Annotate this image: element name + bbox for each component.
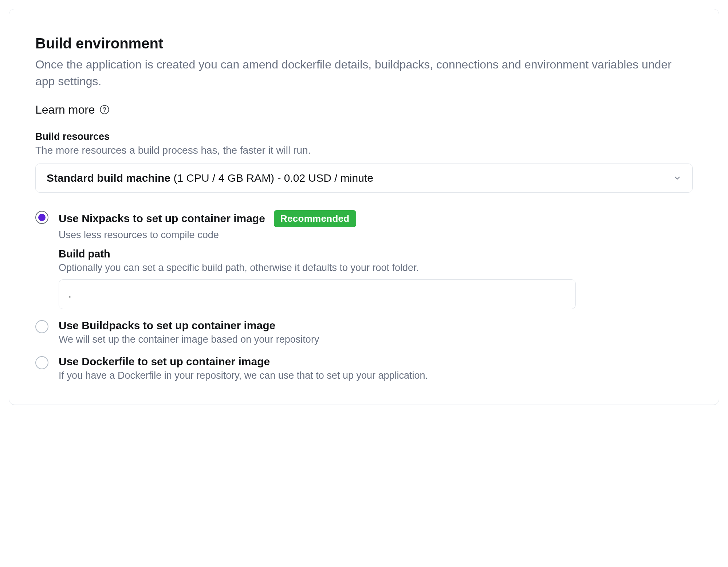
radio-option-dockerfile[interactable]: Use Dockerfile to set up container image… <box>35 355 693 381</box>
radio-content-dockerfile: Use Dockerfile to set up container image… <box>59 355 693 381</box>
radio-button-nixpacks[interactable] <box>35 211 48 224</box>
build-resources-selected-value: Standard build machine (1 CPU / 4 GB RAM… <box>47 172 373 184</box>
radio-title-buildpacks: Use Buildpacks to set up container image <box>59 319 275 332</box>
radio-content-buildpacks: Use Buildpacks to set up container image… <box>59 319 693 345</box>
build-path-description: Optionally you can set a specific build … <box>59 262 693 273</box>
radio-desc-buildpacks: We will set up the container image based… <box>59 334 693 345</box>
build-path-label: Build path <box>59 248 693 260</box>
radio-title-nixpacks: Use Nixpacks to set up container image <box>59 212 265 225</box>
learn-more-text: Learn more <box>35 103 95 117</box>
radio-option-nixpacks[interactable]: Use Nixpacks to set up container image R… <box>35 210 693 309</box>
learn-more-link[interactable]: Learn more <box>35 103 693 117</box>
radio-desc-nixpacks: Uses less resources to compile code <box>59 229 693 241</box>
build-resources-description: The more resources a build process has, … <box>35 145 693 156</box>
build-method-radio-group: Use Nixpacks to set up container image R… <box>35 210 693 381</box>
radio-option-buildpacks[interactable]: Use Buildpacks to set up container image… <box>35 319 693 345</box>
build-environment-card: Build environment Once the application i… <box>9 9 719 405</box>
chevron-down-icon <box>673 174 681 182</box>
radio-title-dockerfile: Use Dockerfile to set up container image <box>59 355 270 368</box>
radio-content-nixpacks: Use Nixpacks to set up container image R… <box>59 210 693 309</box>
radio-desc-dockerfile: If you have a Dockerfile in your reposit… <box>59 370 693 381</box>
radio-button-buildpacks[interactable] <box>35 320 48 333</box>
recommended-badge: Recommended <box>274 210 356 227</box>
section-description: Once the application is created you can … <box>35 56 693 90</box>
build-resources-select[interactable]: Standard build machine (1 CPU / 4 GB RAM… <box>35 164 693 193</box>
svg-point-0 <box>100 106 109 114</box>
build-path-section: Build path Optionally you can set a spec… <box>59 248 693 309</box>
radio-selected-indicator <box>38 214 46 221</box>
svg-point-1 <box>104 111 105 112</box>
build-resources-label: Build resources <box>35 131 693 142</box>
radio-button-dockerfile[interactable] <box>35 356 48 369</box>
build-path-input[interactable] <box>59 279 576 309</box>
help-circle-icon <box>99 105 110 115</box>
section-title: Build environment <box>35 35 693 52</box>
